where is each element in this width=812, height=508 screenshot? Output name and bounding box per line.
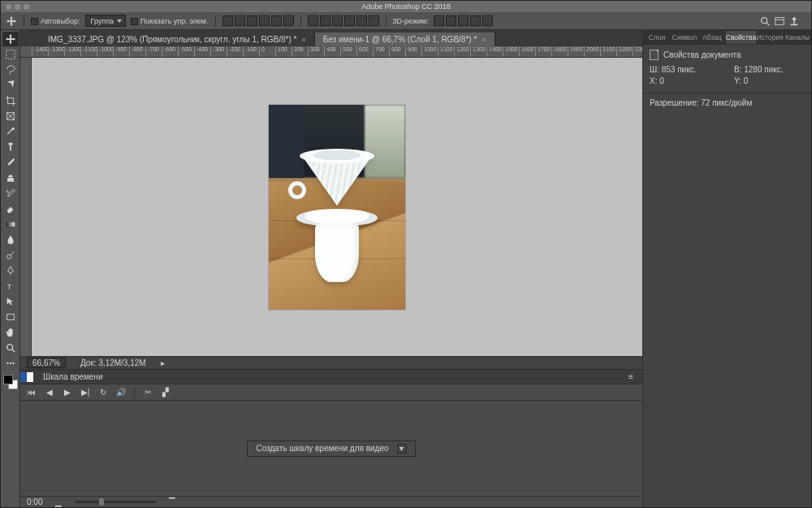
close-tab-icon[interactable]: ×: [482, 36, 486, 44]
timeline-zoom-in-icon[interactable]: ▔: [167, 497, 177, 507]
panel-tab-properties[interactable]: Свойства: [726, 31, 756, 44]
svg-rect-9: [8, 143, 12, 145]
app-title: Adobe Photoshop CC 2018: [1, 2, 811, 11]
distribute-icon[interactable]: [308, 15, 318, 26]
timeline-zoom-out-icon[interactable]: ▁: [54, 497, 63, 507]
rect-marquee-tool[interactable]: [2, 47, 19, 62]
timeline-zoom-slider[interactable]: [75, 501, 156, 503]
mode-3d-icon[interactable]: [446, 15, 456, 26]
align-icon[interactable]: [259, 15, 270, 26]
document-canvas[interactable]: [269, 105, 405, 310]
go-start-icon[interactable]: ⏮: [27, 388, 37, 397]
transition-icon[interactable]: ▞: [161, 388, 171, 397]
timeline-controls: ⏮ ◀ ▶ ▶| ↻ 🔊 ✂ ▞: [20, 384, 642, 401]
quick-select-tool[interactable]: [2, 78, 19, 93]
mode-3d-icon[interactable]: [470, 15, 481, 26]
color-swatches[interactable]: [3, 375, 18, 389]
ruler-tick: 1600: [519, 46, 534, 57]
play-icon[interactable]: ▶: [63, 388, 72, 397]
eraser-tool[interactable]: [2, 202, 19, 216]
align-icon[interactable]: [271, 15, 282, 26]
panel-tab-character[interactable]: Символ: [671, 31, 698, 44]
canvas-area[interactable]: [32, 58, 642, 356]
eyedropper-tool[interactable]: [2, 124, 19, 139]
workspace-switcher-icon[interactable]: [774, 15, 785, 27]
audio-icon[interactable]: 🔊: [116, 388, 126, 397]
spot-heal-tool[interactable]: [2, 140, 19, 154]
svg-line-17: [11, 350, 15, 353]
align-icon-group: [222, 15, 294, 26]
history-brush-tool[interactable]: [2, 186, 19, 201]
show-transform-checkbox[interactable]: Показать упр. элем.: [131, 16, 208, 25]
ruler-tick: 1300: [470, 46, 486, 57]
edit-toolbar[interactable]: [2, 356, 19, 371]
share-icon[interactable]: [788, 15, 800, 27]
align-icon[interactable]: [283, 15, 294, 26]
distribute-icon[interactable]: [320, 15, 330, 26]
path-select-tool[interactable]: [2, 294, 19, 309]
svg-line-1: [767, 22, 770, 25]
lasso-tool[interactable]: [2, 63, 19, 77]
status-chevron-icon[interactable]: ▸: [161, 358, 165, 367]
align-icon[interactable]: [222, 15, 233, 26]
close-tab-icon[interactable]: ×: [301, 36, 305, 44]
ruler-tick: -900: [113, 46, 127, 57]
next-frame-icon[interactable]: ▶|: [80, 388, 90, 397]
auto-select-dropdown[interactable]: Группа: [85, 15, 127, 27]
crop-tool[interactable]: [2, 93, 19, 108]
split-icon[interactable]: ✂: [143, 388, 153, 397]
panel-tab-paragraph[interactable]: Абзац: [698, 31, 726, 44]
ruler-tick: -1200: [64, 46, 81, 57]
clone-stamp-tool[interactable]: [2, 171, 19, 185]
create-timeline-label: Создать шкалу времени для видео: [256, 444, 388, 453]
ruler-tick: 0: [259, 46, 265, 57]
document-tab-label: Без имени-1 @ 66,7% (Слой 1, RGB/8*) *: [323, 35, 477, 44]
distribute-icon[interactable]: [369, 15, 379, 26]
ruler-tick: 1700: [535, 46, 551, 57]
mode-3d-icon[interactable]: [482, 15, 493, 26]
prop-x: 0: [659, 76, 664, 85]
pen-tool[interactable]: [2, 263, 19, 278]
frame-tool[interactable]: [2, 109, 19, 124]
move-tool[interactable]: [2, 32, 19, 46]
brush-tool[interactable]: [2, 155, 19, 170]
distribute-icon[interactable]: [344, 15, 355, 26]
prev-frame-icon[interactable]: ◀: [45, 388, 54, 397]
mode-3d-icon[interactable]: [434, 15, 444, 26]
prop-width: 853 пикс.: [662, 65, 697, 74]
auto-select-checkbox[interactable]: Автовыбор:: [31, 16, 80, 25]
create-timeline-dropdown-icon[interactable]: ▾: [397, 444, 407, 454]
panel-tab-channels[interactable]: Каналы: [784, 31, 811, 44]
search-icon[interactable]: [759, 15, 771, 27]
align-icon[interactable]: [247, 15, 257, 26]
panel-tab-layers[interactable]: Слои: [643, 31, 671, 44]
dodge-tool[interactable]: [2, 248, 19, 263]
gradient-tool[interactable]: [2, 217, 19, 232]
loop-icon[interactable]: ↻: [98, 388, 108, 397]
create-timeline-button[interactable]: Создать шкалу времени для видео ▾: [247, 441, 415, 457]
distribute-icon[interactable]: [356, 15, 367, 26]
ruler-tick: 100: [275, 46, 287, 57]
mode-3d-icon[interactable]: [458, 15, 469, 26]
panel-menu-icon[interactable]: ≡: [626, 372, 636, 382]
ruler-tick: 2300: [633, 46, 642, 57]
svg-point-0: [762, 17, 767, 23]
align-icon[interactable]: [235, 15, 245, 26]
hand-tool[interactable]: [2, 325, 19, 340]
zoom-tool[interactable]: [2, 341, 19, 355]
blur-tool[interactable]: [2, 232, 19, 247]
type-tool[interactable]: T: [2, 279, 19, 293]
zoom-field[interactable]: 66,67%: [27, 358, 66, 368]
ruler-tick: -200: [227, 46, 240, 57]
rectangle-tool[interactable]: [2, 310, 19, 324]
panel-tab-history[interactable]: История: [756, 31, 784, 44]
document-tab[interactable]: IMG_3337.JPG @ 123% (Прямоугольник, скру…: [40, 33, 315, 46]
toolbox: T: [1, 30, 20, 507]
svg-line-13: [11, 252, 14, 255]
distribute-icon[interactable]: [332, 15, 343, 26]
ruler-tick: -100: [243, 46, 257, 57]
ruler-tick: 300: [308, 46, 320, 57]
document-tab[interactable]: Без имени-1 @ 66,7% (Слой 1, RGB/8*) * ×: [315, 33, 495, 46]
ruler-vertical[interactable]: [20, 58, 32, 356]
ruler-horizontal[interactable]: -1400-1300-1200-1100-1000-900-800-700-60…: [20, 46, 642, 58]
